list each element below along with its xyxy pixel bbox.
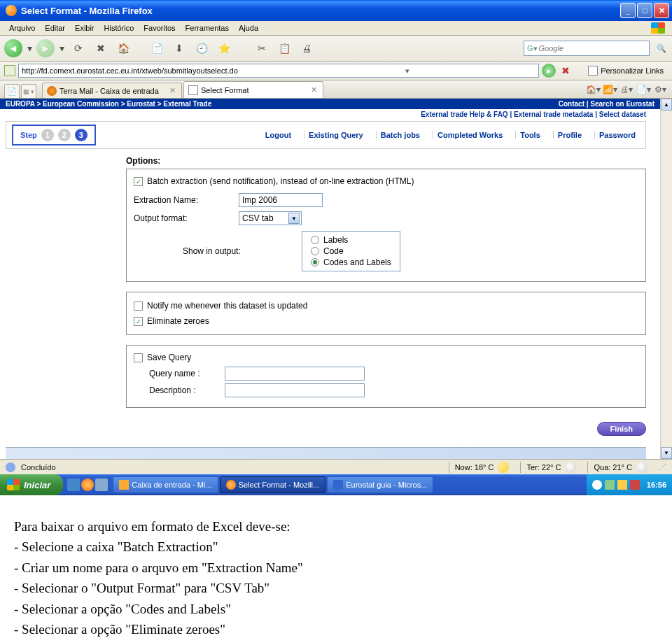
tab-select-format[interactable]: Select Format ✕ [183,81,323,98]
step-1[interactable]: 1 [41,129,54,141]
address-dropdown[interactable]: ▾ [279,66,536,76]
search-go-button[interactable]: 🔍 [655,42,668,55]
start-button[interactable]: Iniciar [0,474,63,495]
close-button[interactable]: ✕ [654,3,669,18]
sub-header-links[interactable]: External trade Help & FAQ | External tra… [0,109,660,120]
show-in-output-label: Show in output: [134,246,302,256]
print-button[interactable]: 🖨 [297,38,316,58]
cut-button[interactable]: ✂ [252,38,272,58]
tab-close-icon[interactable]: ✕ [168,86,177,95]
save-query-checkbox[interactable] [134,353,143,362]
search-input[interactable] [539,44,646,52]
tab-title: Terra Mail - Caixa de entrada [59,87,165,95]
task-word[interactable]: Eurostat guia - Micros... [327,476,433,493]
stop-button[interactable]: ✖ [91,38,111,58]
tray-icon[interactable] [605,480,615,490]
tray-icon[interactable] [592,480,602,490]
select-arrow-icon[interactable]: ▼ [288,213,300,224]
clock[interactable]: 16:56 [643,481,666,489]
maximize-button[interactable]: □ [637,3,652,18]
step-2[interactable]: 2 [58,129,71,141]
breadcrumb-right[interactable]: Contact | Search on Eurostat [559,100,654,108]
scroll-down-icon[interactable]: ▼ [661,447,672,459]
system-tray[interactable]: 16:56 [587,474,672,495]
radio-labels[interactable] [311,236,319,244]
menu-editar[interactable]: Editar [40,22,70,34]
menu-arquivo[interactable]: Arquivo [4,22,40,34]
history-button[interactable]: 🕘 [192,38,211,58]
quick-launch-desktop-icon[interactable] [95,478,108,491]
tools-menu-icon[interactable]: ⚙▾ [652,83,668,97]
menu-exibir[interactable]: Exibir [70,22,99,34]
horizontal-scrollbar[interactable] [6,447,646,459]
show-in-output-options: Labels Code Codes and Labels [302,231,400,271]
search-box[interactable]: G ▾ [524,41,650,56]
radio-codes-and-labels-label: Codes and Labels [323,257,391,267]
radio-code[interactable] [311,247,319,255]
quick-launch-ie-icon[interactable] [67,478,80,491]
site-identity-icon[interactable] [4,65,15,76]
menu-ajuda[interactable]: Ajuda [234,22,263,34]
tray-icon[interactable] [630,480,640,490]
stop-loading-icon[interactable]: ✖ [559,65,573,76]
step-3[interactable]: 3 [75,129,88,141]
search-engine-icon[interactable]: G [527,44,533,52]
batch-extraction-checkbox[interactable]: ✓ [134,177,143,186]
new-tab-icon[interactable]: 📄 [4,84,20,98]
start-label: Iniciar [24,480,50,490]
notify-checkbox[interactable] [134,302,143,311]
copy-button[interactable]: 📋 [274,38,294,58]
print-icon[interactable]: 🖨▾ [619,83,634,97]
personalize-links[interactable]: Personalizar Links [584,64,668,77]
nav-existing-query[interactable]: Existing Query [304,131,368,139]
breadcrumb-path[interactable]: EUROPA > European Commission > Eurostat … [6,100,559,108]
back-button[interactable]: ◄ [4,39,22,57]
downloads-button[interactable]: ⬇ [169,38,189,58]
weather-now[interactable]: Now: 18° C [449,462,515,473]
radio-codes-and-labels[interactable] [311,258,319,267]
menu-historico[interactable]: Histórico [99,22,139,34]
nav-completed-works[interactable]: Completed Works [433,131,507,139]
tab-groups-button[interactable]: ▦ ▾ [21,84,36,98]
eliminate-zeroes-checkbox[interactable]: ✓ [134,317,143,326]
tab-close-icon[interactable]: ✕ [309,85,318,94]
quick-launch-firefox-icon[interactable] [81,478,94,491]
nav-batch-jobs[interactable]: Batch jobs [376,131,424,139]
nav-profile[interactable]: Profile [553,131,586,139]
address-bar[interactable]: http://fd.comext.eurostat.cec.eu.int/xtw… [18,64,539,78]
home-icon[interactable]: 🏠▾ [585,83,601,97]
description-input[interactable] [225,383,365,397]
minimize-button[interactable]: _ [620,3,636,18]
menu-ferramentas[interactable]: Ferramentas [181,22,234,34]
extraction-name-input[interactable]: Imp 2006 [239,193,323,207]
bookmarks-button[interactable]: ⭐ [214,38,234,58]
feeds-icon[interactable]: 📶▾ [602,83,617,97]
weather-wed[interactable]: Qua: 21° C [587,462,653,473]
tray-icon[interactable] [617,480,627,490]
output-format-label: Output format: [134,213,239,223]
task-firefox[interactable]: Select Format - Mozill... [220,476,326,493]
reload-button[interactable]: ⟳ [69,38,88,58]
task-inbox[interactable]: Caixa de entrada - Mi... [113,476,218,493]
task-label: Select Format - Mozill... [239,481,320,489]
home-button[interactable]: 🏠 [113,38,133,58]
nav-logout[interactable]: Logout [261,131,295,139]
weather-tue[interactable]: Ter: 22° C [520,462,582,473]
nav-tools[interactable]: Tools [515,131,545,139]
tab-terra-mail[interactable]: Terra Mail - Caixa de entrada ✕ [42,83,182,98]
back-history-dropdown[interactable]: ▾ [25,38,34,58]
nav-password[interactable]: Password [594,131,640,139]
vertical-scrollbar[interactable]: ▲ ▼ [660,99,672,459]
scroll-up-icon[interactable]: ▲ [661,99,672,111]
go-button[interactable]: ▸ [542,64,556,78]
url-text[interactable]: http://fd.comext.eurostat.cec.eu.int/xtw… [22,66,279,75]
menu-favoritos[interactable]: Favoritos [139,22,180,34]
finish-button[interactable]: Finish [597,422,646,436]
new-tab-button[interactable]: 📄 [147,38,167,58]
firefox-icon [6,5,17,16]
forward-button[interactable]: ► [36,39,55,57]
page-menu-icon[interactable]: 📄▾ [636,83,651,97]
output-format-select[interactable]: CSV tab ▼ [239,211,302,225]
query-name-input[interactable] [225,367,365,381]
forward-history-dropdown[interactable]: ▾ [57,38,66,58]
